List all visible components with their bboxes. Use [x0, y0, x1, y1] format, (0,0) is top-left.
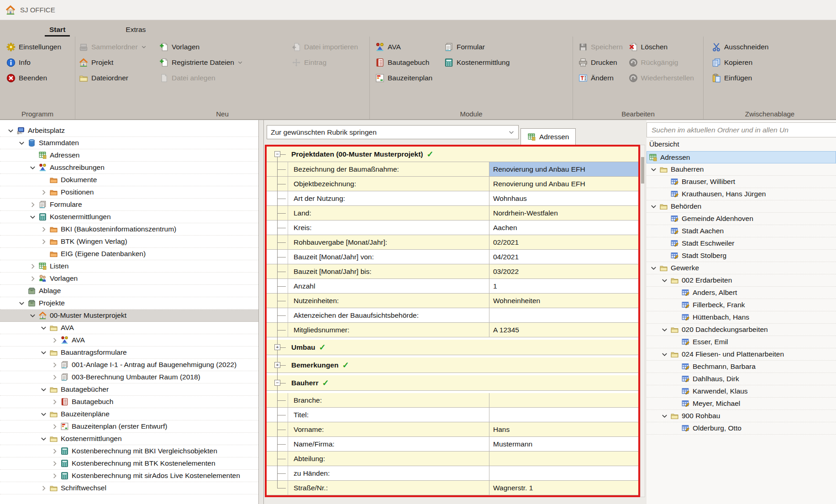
collapse-box[interactable]: − — [274, 380, 280, 386]
tree-item-kostenermittlungen[interactable]: Kostenermittlungen — [0, 433, 258, 445]
ribbon-button-projekt[interactable]: Projekt — [79, 55, 152, 70]
ribbon-button-kostenermittlung[interactable]: Kostenermittlung — [444, 55, 540, 70]
tree-item-esser-emil[interactable]: Esser, Emil — [647, 336, 836, 348]
tree-item-schriftwechsel[interactable]: Schriftwechsel — [0, 482, 258, 494]
ribbon-button-einstellungen[interactable]: Einstellungen — [6, 39, 73, 55]
tree-item-dokumente[interactable]: Dokumente — [0, 174, 258, 186]
ribbon-button-info[interactable]: Info — [6, 55, 73, 70]
ribbon-button-ava[interactable]: AVA — [375, 39, 444, 55]
chevron-down-icon[interactable] — [661, 413, 670, 420]
tree-item-adressen[interactable]: Adressen — [0, 149, 258, 162]
chevron-down-icon[interactable] — [650, 265, 659, 272]
chevron-right-icon[interactable] — [40, 238, 49, 245]
tree-item-bauherren[interactable]: Bauherren — [647, 163, 836, 176]
tree-item-stammdaten[interactable]: Stammdaten — [0, 137, 258, 149]
chevron-right-icon[interactable] — [51, 460, 60, 467]
tree-item-bauzeitenpläne[interactable]: Bauzeitenpläne — [0, 408, 258, 420]
tree-item-arbeitsplatz[interactable]: Arbeitsplatz — [0, 125, 258, 137]
chevron-right-icon[interactable] — [40, 226, 49, 233]
ribbon-button-beenden[interactable]: Beenden — [6, 70, 73, 86]
tree-item-00-muster-musterprojekt[interactable]: 00-Muster Musterprojekt — [0, 310, 258, 322]
tree-item-karwendel-klaus[interactable]: Karwendel, Klaus — [647, 385, 836, 398]
tree-item-formulare[interactable]: Formulare — [0, 199, 258, 211]
field-value[interactable]: Mustermann — [489, 437, 638, 451]
chevron-down-icon[interactable] — [650, 203, 659, 210]
field-value[interactable]: 02/2021 — [489, 235, 638, 249]
splitter[interactable] — [258, 120, 264, 504]
tree-item-dahlhaus-dirk[interactable]: Dahlhaus, Dirk — [647, 373, 836, 385]
scrollbar-thumb[interactable] — [641, 157, 644, 184]
chevron-right-icon[interactable] — [51, 399, 60, 405]
ribbon-button-bautagebuch[interactable]: Bautagebuch — [375, 55, 444, 70]
tree-item-adressen[interactable]: Adressen — [647, 151, 836, 163]
tree-item-bautagebuch[interactable]: Bautagebuch — [0, 396, 258, 408]
ribbon-button-drucken[interactable]: Drucken — [578, 55, 629, 70]
chevron-down-icon[interactable] — [29, 312, 38, 319]
tree-item-024-fliesen-und-plattenarbeiten[interactable]: 024 Fliesen- und Plattenarbeiten — [647, 348, 836, 361]
chevron-down-icon[interactable] — [7, 127, 16, 134]
field-value[interactable] — [489, 308, 638, 322]
tree-item-fillerbeck-frank[interactable]: Fillerbeck, Frank — [647, 299, 836, 311]
expand-box[interactable]: + — [274, 344, 280, 350]
tree-item-ava[interactable]: AVA — [0, 334, 258, 346]
chevron-down-icon[interactable] — [29, 164, 38, 171]
tree-item-ausschreibungen[interactable]: Ausschreibungen — [0, 162, 258, 174]
tree-item-krauthausen-hans-jürgen[interactable]: Krauthausen, Hans Jürgen — [647, 188, 836, 200]
field-value[interactable]: 1 — [489, 279, 638, 293]
tree-item-020-dachdeckungsarbeiten[interactable]: 020 Dachdeckungsarbeiten — [647, 324, 836, 336]
chevron-down-icon[interactable] — [40, 411, 49, 418]
ribbon-button-dateiordner[interactable]: Dateiordner — [79, 70, 152, 86]
tree-item-bki-baukosteninformationszentrum[interactable]: BKI (Baukosteninformationszentrum) — [0, 223, 258, 236]
ribbon-button-kopieren[interactable]: Kopieren — [712, 55, 820, 70]
tree-item-listen[interactable]: Listen — [0, 260, 258, 273]
field-value[interactable]: A 12345 — [489, 323, 638, 337]
tree-item-kostenberechnung-mit-bki-vergleichsobjekten[interactable]: Kostenberechnung mit BKI Vergleichsobjek… — [0, 445, 258, 457]
expand-box[interactable]: + — [274, 362, 280, 368]
tab-extras[interactable]: Extras — [121, 23, 150, 37]
tree-item-positionen[interactable]: Positionen — [0, 186, 258, 199]
ribbon-button-ändern[interactable]: Ändern — [578, 70, 629, 86]
chevron-down-icon[interactable] — [18, 300, 27, 307]
field-value[interactable]: Wagnerstr. 1 — [489, 481, 638, 495]
field-value[interactable]: Nordrhein-Westfalen — [489, 206, 638, 220]
field-value[interactable]: Wohnhaus — [489, 191, 638, 205]
tree-item-bauantragsformulare[interactable]: Bauantragsformulare — [0, 346, 258, 359]
tree-item-olderburg-otto[interactable]: Olderburg, Otto — [647, 422, 836, 435]
tree-item-bauzeitenplan-erster-entwurf[interactable]: Bauzeitenplan (erster Entwurf) — [0, 420, 258, 433]
tree-item-900-rohbau[interactable]: 900 Rohbau — [647, 410, 836, 422]
chevron-down-icon[interactable] — [40, 325, 49, 331]
chevron-down-icon[interactable] — [661, 351, 670, 358]
tree-item-projekte[interactable]: Projekte — [0, 297, 258, 310]
tree-item-btk-wingen-verlag[interactable]: BTK (Wingen Verlag) — [0, 236, 258, 248]
tree-item-stadt-aachen[interactable]: Stadt Aachen — [647, 225, 836, 237]
chevron-down-icon[interactable] — [40, 386, 49, 393]
tree-item-stadt-stolberg[interactable]: Stadt Stolberg — [647, 250, 836, 262]
chevron-down-icon[interactable] — [40, 436, 49, 442]
tree-item-kostenermittlungen[interactable]: Kostenermittlungen — [0, 211, 258, 223]
tab-adressen[interactable]: Adressen — [521, 128, 576, 145]
field-value[interactable]: Hans — [489, 422, 638, 436]
field-value[interactable] — [489, 393, 638, 407]
field-value[interactable]: Renovierung und Anbau EFH — [489, 177, 638, 191]
chevron-down-icon[interactable] — [661, 326, 670, 333]
tree-item-meyer-michael[interactable]: Meyer, Michael — [647, 398, 836, 410]
chevron-down-icon[interactable] — [40, 349, 49, 356]
field-value[interactable]: 03/2022 — [489, 264, 638, 278]
chevron-right-icon[interactable] — [29, 275, 38, 282]
ribbon-button-registrierte-dateien[interactable]: Registrierte Dateien — [159, 55, 284, 70]
rubric-dropdown[interactable]: Zur gewünschten Rubrik springen — [267, 125, 519, 139]
chevron-down-icon[interactable] — [18, 140, 27, 147]
chevron-down-icon[interactable] — [29, 214, 38, 220]
tree-item-003-berechnung-umbauter-raum-2018[interactable]: 003-Berechnung Umbauter Raum (2018) — [0, 371, 258, 383]
chevron-right-icon[interactable] — [29, 263, 38, 270]
tree-item-eig-eigene-datenbanken[interactable]: EIG (Eigene Datenbanken) — [0, 248, 258, 260]
chevron-right-icon[interactable] — [51, 448, 60, 455]
field-value[interactable]: 04/2021 — [489, 250, 638, 264]
tree-item-kostenberechnung-mit-sirados-live-kostenelementen[interactable]: Kostenberechnung mit sirAdos Live Kosten… — [0, 470, 258, 482]
ribbon-button-bauzeitenplan[interactable]: Bauzeitenplan — [375, 70, 444, 86]
chevron-right-icon[interactable] — [51, 423, 60, 430]
tree-item-bautagebücher[interactable]: Bautagebücher — [0, 383, 258, 396]
chevron-down-icon[interactable] — [661, 277, 670, 284]
tree-item-vorlagen[interactable]: Vorlagen — [0, 273, 258, 285]
chevron-right-icon[interactable] — [40, 485, 49, 492]
